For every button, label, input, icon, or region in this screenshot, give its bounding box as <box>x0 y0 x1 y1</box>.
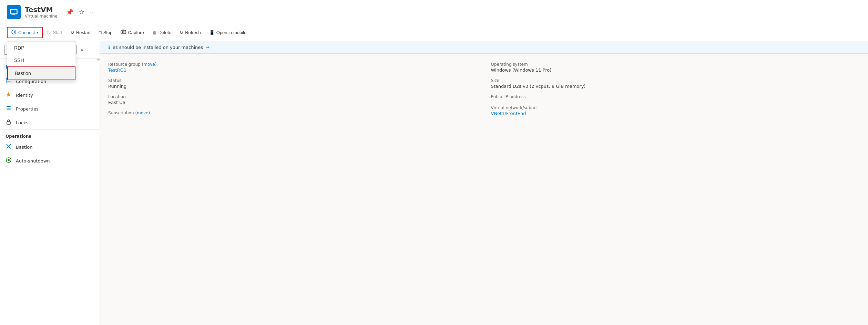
svg-rect-13 <box>7 81 10 82</box>
public-ip-label: Public IP address <box>491 94 860 99</box>
collapse-button[interactable]: « <box>79 45 85 54</box>
restart-icon: ↺ <box>71 30 74 35</box>
sidebar-item-identity[interactable]: Identity <box>0 88 100 102</box>
info-banner: ℹ es should be installed on your machine… <box>100 41 868 54</box>
svg-point-22 <box>8 159 10 161</box>
dropdown-item-rdp[interactable]: RDP <box>7 42 75 54</box>
delete-button[interactable]: 🗑 Delete <box>149 28 175 37</box>
delete-icon: 🗑 <box>152 30 157 35</box>
capture-button[interactable]: Capture <box>117 27 147 38</box>
sidebar-item-bastion[interactable]: Bastion <box>0 140 100 154</box>
subscription-move-link[interactable]: move <box>137 111 149 115</box>
start-button[interactable]: ▷ Start <box>44 28 65 37</box>
svg-rect-15 <box>7 106 11 107</box>
svg-rect-17 <box>7 109 11 110</box>
stop-icon: □ <box>99 30 102 35</box>
capture-icon <box>121 29 126 36</box>
size-label: Size <box>491 78 860 83</box>
refresh-button[interactable]: ↻ Refresh <box>176 28 204 37</box>
restart-label: Restart <box>76 30 91 35</box>
detail-column-left: Resource group (move) TestRG1 Status Run… <box>108 62 477 122</box>
resource-group-move-link[interactable]: move <box>143 62 155 67</box>
sidebar: 🔍 Search (Ctrl+/) « Availability + scali… <box>0 41 100 325</box>
start-label: Start <box>53 30 62 35</box>
info-icon: ℹ <box>108 45 110 50</box>
info-link[interactable]: → <box>206 45 210 50</box>
page-header: TestVM Virtual machine 📌 ☆ ··· <box>0 0 868 24</box>
detail-location: Location East US <box>108 94 477 105</box>
main-layout: 🔍 Search (Ctrl+/) « Availability + scali… <box>0 41 868 325</box>
identity-icon <box>6 91 12 99</box>
svg-rect-3 <box>12 14 15 15</box>
status-value: Running <box>108 84 477 89</box>
os-value: Windows (Windows 11 Pro) <box>491 67 860 73</box>
start-icon: ▷ <box>48 30 51 35</box>
detail-column-right: Operating system Windows (Windows 11 Pro… <box>491 62 860 122</box>
content-body: Resource group (move) TestRG1 Status Run… <box>100 54 868 130</box>
bastion-icon <box>6 143 12 151</box>
dropdown-item-bastion[interactable]: Bastion <box>7 66 75 80</box>
svg-rect-2 <box>11 10 17 13</box>
connect-label: Connect <box>18 30 35 35</box>
detail-vnet: Virtual network/subnet VNet1/FrontEnd <box>491 105 860 116</box>
connect-chevron-icon: ▾ <box>37 30 39 35</box>
info-text: es should be installed on your machines <box>113 45 203 50</box>
star-button[interactable]: ☆ <box>78 7 86 17</box>
mobile-icon: 📱 <box>209 30 215 35</box>
vnet-value[interactable]: VNet1/FrontEnd <box>491 111 860 116</box>
locks-label: Locks <box>16 120 28 125</box>
pin-button[interactable]: 📌 <box>64 7 75 17</box>
vm-icon <box>7 5 21 19</box>
location-value: East US <box>108 100 477 105</box>
sidebar-item-auto-shutdown[interactable]: Auto-shutdown <box>0 154 100 168</box>
vnet-label: Virtual network/subnet <box>491 105 860 110</box>
os-label: Operating system <box>491 62 860 67</box>
svg-rect-16 <box>7 108 11 108</box>
sidebar-item-properties[interactable]: Properties <box>0 102 100 116</box>
delete-label: Delete <box>159 30 172 35</box>
more-button[interactable]: ··· <box>89 7 96 17</box>
size-value: Standard D2s v3 (2 vcpus, 8 GiB memory) <box>491 84 860 89</box>
operations-section-title: Operations <box>0 129 100 140</box>
detail-grid: Resource group (move) TestRG1 Status Run… <box>108 62 860 122</box>
page-subtitle: Virtual machine <box>25 14 58 19</box>
stop-label: Stop <box>103 30 113 35</box>
open-mobile-label: Open in mobile <box>216 30 246 35</box>
content-area: ℹ es should be installed on your machine… <box>100 41 868 325</box>
svg-rect-18 <box>7 122 10 124</box>
restart-button[interactable]: ↺ Restart <box>67 28 94 37</box>
stop-button[interactable]: □ Stop <box>95 28 116 37</box>
connect-dropdown: RDP SSH Bastion <box>7 41 76 81</box>
svg-rect-4 <box>121 30 126 34</box>
svg-marker-14 <box>6 92 11 97</box>
open-mobile-button[interactable]: 📱 Open in mobile <box>206 28 250 37</box>
capture-label: Capture <box>128 30 144 35</box>
connect-icon <box>11 29 17 36</box>
svg-rect-6 <box>122 30 124 30</box>
location-label: Location <box>108 94 477 99</box>
resource-group-value[interactable]: TestRG1 <box>108 67 477 73</box>
resource-group-label: Resource group (move) <box>108 62 477 67</box>
detail-os: Operating system Windows (Windows 11 Pro… <box>491 62 860 73</box>
properties-icon <box>6 105 12 113</box>
detail-status: Status Running <box>108 78 477 89</box>
title-block: TestVM Virtual machine <box>25 6 58 19</box>
detail-size: Size Standard D2s v3 (2 vcpus, 8 GiB mem… <box>491 78 860 89</box>
locks-icon <box>6 119 12 126</box>
refresh-icon: ↻ <box>180 30 183 35</box>
page-title: TestVM <box>25 6 58 14</box>
detail-resource-group: Resource group (move) TestRG1 <box>108 62 477 73</box>
detail-public-ip: Public IP address <box>491 94 860 100</box>
sidebar-item-locks[interactable]: Locks <box>0 116 100 129</box>
svg-point-5 <box>123 31 124 33</box>
toolbar: Connect ▾ ▷ Start ↺ Restart □ Stop Captu… <box>0 24 868 41</box>
connect-button[interactable]: Connect ▾ <box>7 27 43 38</box>
subscription-label: Subscription (move) <box>108 111 477 115</box>
refresh-label: Refresh <box>185 30 201 35</box>
auto-shutdown-icon <box>6 157 12 165</box>
dropdown-item-ssh[interactable]: SSH <box>7 54 75 66</box>
bastion-label: Bastion <box>16 145 33 150</box>
auto-shutdown-label: Auto-shutdown <box>16 158 50 164</box>
identity-label: Identity <box>16 93 33 98</box>
header-actions: 📌 ☆ ··· <box>64 7 96 17</box>
